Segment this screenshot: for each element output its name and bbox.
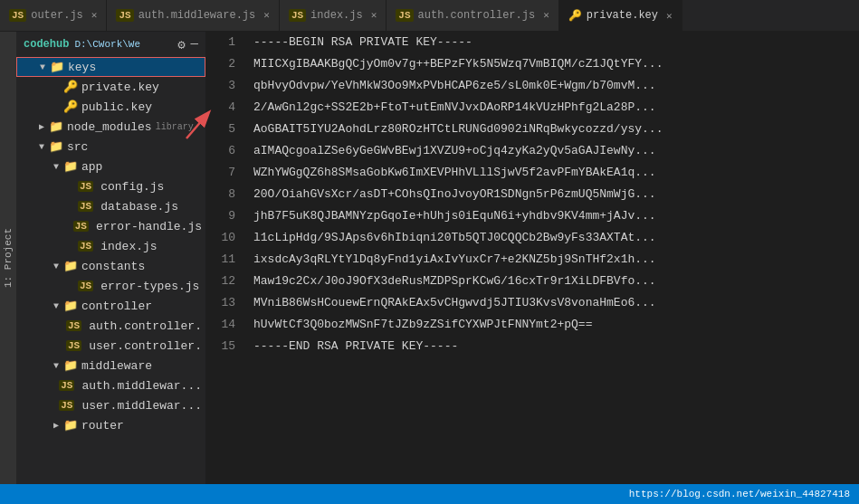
tab-private-key[interactable]: 🔑 private.key ✕: [559, 0, 682, 31]
sidebar-item-src[interactable]: ▼ 📁 src: [16, 137, 205, 157]
code-line-7: WZhYWGgQZ6h8SMsaGobKw6ImXEVPHhVLllSjwV5f…: [253, 162, 859, 184]
file-label: database.js: [100, 200, 178, 214]
code-line-4: 2/AwGnl2gc+SS2E2b+FtoT+utEmNVJvxDAoRP14k…: [253, 97, 859, 119]
sidebar-item-public-key[interactable]: 🔑 public.key: [16, 97, 205, 117]
sidebar-header: codehub D:\CWork\We ⚙ ─: [16, 32, 205, 57]
expand-arrow: ▶: [34, 121, 49, 132]
folder-label: node_modules: [67, 120, 152, 134]
code-line-1: -----BEGIN RSA PRIVATE KEY-----: [253, 32, 859, 53]
sidebar-item-error-handle-js[interactable]: JS error-handle.js: [16, 216, 205, 236]
sidebar-item-config-js[interactable]: JS config.js: [16, 176, 205, 196]
file-label: error-handle.js: [96, 220, 202, 233]
tab-outer-js[interactable]: JS outer.js ✕: [0, 0, 107, 31]
line-num-2: 2: [206, 53, 235, 75]
tab-index-js[interactable]: JS index.js ✕: [280, 0, 387, 31]
sidebar-item-constants[interactable]: ▼ 📁 constants: [16, 256, 205, 276]
codehub-label: codehub: [24, 38, 69, 51]
sidebar-item-user-middleware-js[interactable]: JS user.middlewar...: [16, 395, 205, 415]
sidebar-container: 1: Project codehub D:\CWork\We ⚙ ─: [0, 32, 206, 484]
line-num-11: 11: [206, 249, 235, 271]
folder-icon: 📁: [63, 299, 78, 313]
code-line-11: ixsdcAy3qRLYtYlDq8yFnd1yiAxIvYuxCr7+e2KN…: [253, 249, 859, 271]
tab-auth-controller[interactable]: JS auth.controller.js ✕: [387, 0, 558, 31]
tab-auth-middleware[interactable]: JS auth.middleware.js ✕: [107, 0, 279, 31]
tab-label: private.key: [587, 9, 658, 22]
sidebar-item-auth-controller-js[interactable]: JS auth.controller.: [16, 316, 205, 336]
file-tree: ▼ 📁 keys 🔑 private.key: [16, 57, 205, 484]
code-line-8: 20O/OiahGVsXcr/asDT+COhsQInoJvoyOR1SDNgn…: [253, 184, 859, 205]
sidebar-item-error-types-js[interactable]: JS error-types.js: [16, 276, 205, 296]
code-content[interactable]: -----BEGIN RSA PRIVATE KEY----- MIICXgIB…: [244, 32, 859, 484]
sidebar-item-index-js[interactable]: JS index.js: [16, 236, 205, 256]
js-icon: JS: [9, 9, 26, 22]
line-num-3: 3: [206, 75, 235, 97]
line-num-1: 1: [206, 32, 235, 53]
line-num-5: 5: [206, 119, 235, 140]
code-text: qbHvyOdvpw/YeVhMkW3Oo9MxPVbHCAP6ze5/sL0m…: [253, 75, 656, 97]
expand-arrow: ▼: [49, 301, 63, 311]
tab-bar: JS outer.js ✕ JS auth.middleware.js ✕ JS…: [0, 0, 859, 32]
file-label: private.key: [81, 81, 159, 94]
file-label: error-types.js: [100, 280, 199, 293]
code-line-5: AoGBAIT5IYU2AohdLrz80ROzHTCtLRUNGd0902iN…: [253, 119, 859, 140]
sidebar-item-keys[interactable]: ▼ 📁 keys: [16, 57, 205, 77]
minus-icon[interactable]: ─: [191, 37, 198, 52]
status-bar: https://blog.csdn.net/weixin_44827418: [0, 484, 859, 504]
file-label: user.middlewar...: [81, 399, 202, 413]
js-file-icon: JS: [66, 340, 81, 351]
folder-label: controller: [81, 300, 152, 313]
js-icon: JS: [289, 9, 306, 22]
close-icon[interactable]: ✕: [666, 10, 673, 22]
gear-icon[interactable]: ⚙: [177, 37, 185, 52]
folder-label: middleware: [81, 359, 152, 373]
line-num-15: 15: [206, 336, 235, 357]
js-file-icon: JS: [78, 241, 93, 252]
close-icon[interactable]: ✕: [263, 9, 270, 21]
tab-label: outer.js: [31, 9, 83, 22]
close-icon[interactable]: ✕: [543, 9, 549, 21]
folder-icon: 📁: [63, 259, 78, 273]
folder-icon: 📁: [63, 159, 78, 174]
code-text: WZhYWGgQZ6h8SMsaGobKw6ImXEVPHhVLllSjwV5f…: [253, 162, 656, 184]
sidebar-item-auth-middleware-js[interactable]: JS auth.middlewar...: [16, 376, 205, 395]
folder-label: router: [81, 419, 124, 433]
file-icon: 🔑: [63, 80, 78, 94]
code-text: 20O/OiahGVsXcr/asDT+COhsQInoJvoyOR1SDNgn…: [253, 184, 656, 205]
js-file-icon: JS: [66, 320, 81, 331]
code-text: -----END RSA PRIVATE KEY-----: [253, 336, 458, 357]
code-text: MVniB86WsHCouewErnQRAkEAx5vCHgwvdj5JTIU3…: [253, 292, 656, 314]
sidebar-item-node-modules[interactable]: ▶ 📁 node_modules library: [16, 117, 205, 137]
close-icon[interactable]: ✕: [91, 9, 98, 21]
line-numbers: 1 2 3 4 5 6 7 8 9 10 11 12 13 14 15: [206, 32, 244, 484]
sidebar-item-private-key[interactable]: 🔑 private.key: [16, 77, 205, 97]
line-num-8: 8: [206, 184, 235, 205]
sidebar-item-controller[interactable]: ▼ 📁 controller: [16, 296, 205, 316]
sidebar-item-database-js[interactable]: JS database.js: [16, 196, 205, 216]
code-line-9: jhB7F5uK8QJBAMNYzpGqoIe+hUhjs0iEquN6i+yh…: [253, 205, 859, 227]
tab-label: auth.controller.js: [418, 9, 536, 22]
folder-label: constants: [81, 260, 145, 273]
code-line-2: MIICXgIBAAKBgQCjyOm0v7g++BEPzFYk5N5Wzq7V…: [253, 53, 859, 75]
folder-label: keys: [68, 61, 96, 74]
code-text: MIICXgIBAAKBgQCjyOm0v7g++BEPzFYk5N5Wzq7V…: [253, 53, 663, 75]
code-text: -----BEGIN RSA PRIVATE KEY-----: [253, 32, 472, 53]
close-icon[interactable]: ✕: [371, 9, 377, 21]
expand-arrow: ▶: [49, 420, 63, 431]
line-num-12: 12: [206, 271, 235, 292]
folder-label: app: [81, 160, 102, 174]
expand-arrow: ▼: [35, 62, 50, 72]
code-line-6: aIMAQcgoalZSe6yGeGWvBEwj1XVZU9+oCjq4zyKa…: [253, 140, 859, 162]
code-text: aIMAQcgoalZSe6yGeGWvBEwj1XVZU9+oCjq4zyKa…: [253, 140, 656, 162]
sidebar-item-app[interactable]: ▼ 📁 app: [16, 157, 205, 176]
sidebar-icons: ⚙ ─: [177, 37, 198, 52]
js-file-icon: JS: [78, 201, 93, 212]
code-text: hUvWtCf3Q0bozMWSnF7tJZb9zZSifCYXWPJtFNNY…: [253, 314, 592, 336]
code-line-12: Maw19c2Cx/J0oJ9OfX3deRusMZDPSprKCwG/16cx…: [253, 271, 859, 292]
sidebar-item-router[interactable]: ▶ 📁 router: [16, 415, 205, 435]
code-text: 2/AwGnl2gc+SS2E2b+FtoT+utEmNVJvxDAoRP14k…: [253, 97, 656, 119]
code-line-13: MVniB86WsHCouewErnQRAkEAx5vCHgwvdj5JTIU3…: [253, 292, 859, 314]
tab-label: index.js: [310, 9, 363, 22]
sidebar-item-middleware[interactable]: ▼ 📁 middleware: [16, 356, 205, 376]
code-line-3: qbHvyOdvpw/YeVhMkW3Oo9MxPVbHCAP6ze5/sL0m…: [253, 75, 859, 97]
sidebar-item-user-controller-js[interactable]: JS user.controller.: [16, 336, 205, 356]
